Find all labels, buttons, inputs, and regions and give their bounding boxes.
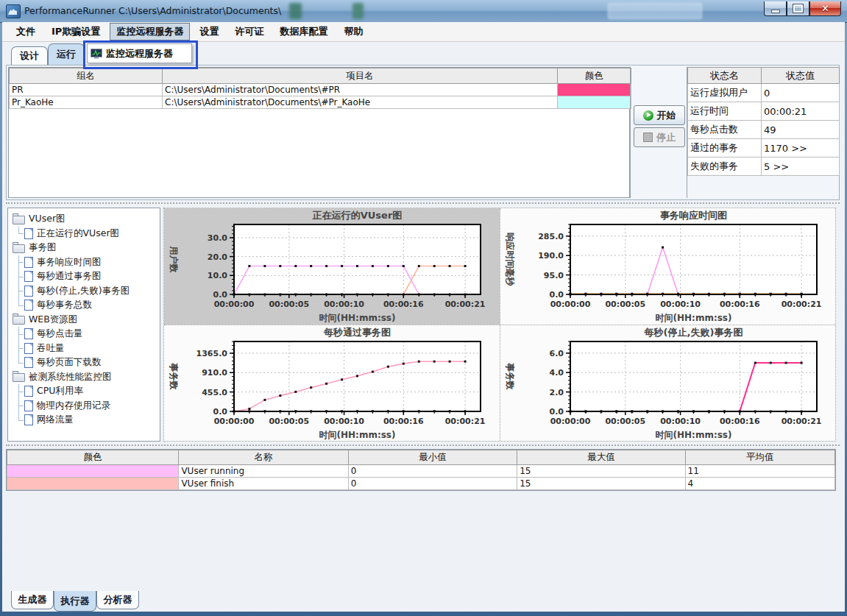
column-header: 状态值 [762,68,840,84]
svg-text:时间(HH:mm:ss): 时间(HH:mm:ss) [319,430,396,440]
svg-text:910.0: 910.0 [202,368,227,378]
legend-row[interactable]: VUser running01511 [7,465,835,478]
legend-row[interactable]: VUser finish0154 [7,478,835,490]
tree-item-label: 网络流量 [37,414,74,426]
cell: Pr_KaoHe [10,96,163,109]
tree-item-label: 每秒页面下载数 [37,356,102,369]
tree-item[interactable]: 正在运行的VUser图 [8,227,160,241]
tree-item[interactable]: 每秒(停止,失败)事务图 [8,284,160,299]
svg-text:00:00:00: 00:00:00 [214,300,255,309]
tree-item[interactable]: 物理内存使用记录 [8,399,160,414]
svg-text:30.0: 30.0 [208,233,227,243]
chart-passed-transactions[interactable]: 0.0455.0910.01365.000:00:0000:00:0500:00… [164,325,500,442]
svg-text:事务数: 事务数 [505,363,515,391]
tab-run[interactable]: 运行 [48,43,85,65]
svg-text:00:00:05: 00:00:05 [605,300,645,309]
svg-text:00:00:16: 00:00:16 [720,300,760,309]
status-row[interactable]: 通过的事务1170 >> [688,139,840,157]
cell: 0 [762,84,840,102]
tree-folder-1[interactable]: VUser图 [8,212,160,227]
minimize-button[interactable] [764,1,787,16]
chart-running-vusers[interactable]: 0.010.020.030.000:00:0000:00:0500:00:100… [164,208,500,325]
run-status-panel: 组名项目名颜色PRC:\Users\Administrator\Document… [6,65,840,200]
maximize-button[interactable] [787,1,809,16]
menu-item-5[interactable]: 许可证 [228,23,270,40]
aero-peek-ghost [608,3,702,19]
svg-text:00:00:10: 00:00:10 [324,417,364,426]
tree-connector [15,227,24,241]
close-button[interactable]: ✕ [809,1,841,16]
tree-folder-label: 事务图 [29,241,57,254]
tree-folder-3[interactable]: WEB资源图 [8,313,160,328]
color-swatch [558,84,631,96]
tree-item[interactable]: CPU利用率 [8,384,160,399]
tree-item[interactable]: 吞吐量 [8,341,160,356]
svg-text:0.0: 0.0 [213,290,228,300]
tree-item[interactable]: 每秒点击量 [8,327,160,341]
tab-executor[interactable]: 执行器 [54,591,96,612]
menu-item-6[interactable]: 数据库配置 [273,23,334,40]
file-icon [24,400,33,411]
status-row[interactable]: 运行时间00:00:21 [688,102,840,121]
tree-item[interactable]: 每秒页面下载数 [8,355,160,370]
menu-item-4[interactable]: 设置 [193,23,225,40]
chart-response-time[interactable]: 0.095.0190.0285.000:00:0000:00:0500:00:1… [500,208,836,325]
tab-analyzer[interactable]: 分析器 [96,591,139,609]
file-icon [24,228,33,239]
column-header: 颜色 [558,68,631,84]
chart-failed-transactions[interactable]: 0.02.04.06.000:00:0000:00:0500:00:1000:0… [500,325,836,442]
cell: 运行虚拟用户 [688,84,762,102]
column-header: 名称 [179,450,348,465]
column-header: 组名 [10,68,163,84]
file-icon [24,257,33,268]
tree-folder-4[interactable]: 被测系统性能监控图 [8,370,160,385]
tree-item[interactable]: 每秒事务总数 [8,298,160,313]
cell: 每秒点击数 [688,121,762,139]
svg-text:00:00:16: 00:00:16 [383,417,424,426]
tree-folder-2[interactable]: 事务图 [8,241,160,255]
project-row[interactable]: Pr_KaoHeC:\Users\Administrator\Documents… [10,96,631,109]
tree-item-label: 每秒事务总数 [37,299,92,311]
cell: 15 [517,465,685,478]
close-icon: ✕ [821,4,829,13]
status-table-panel: 状态名状态值运行虚拟用户0运行时间00:00:21每秒点击数49通过的事务117… [687,67,839,176]
svg-text:10.0: 10.0 [208,271,227,280]
start-button[interactable]: 开始 [634,105,685,125]
menu-item-7[interactable]: 帮助 [337,23,369,40]
status-row[interactable]: 失败的事务5 >> [688,157,840,176]
tree-item[interactable]: 事务响应时间图 [8,255,160,270]
play-icon [643,110,653,121]
bottom-tab-row: 生成器执行器分析器 [2,591,845,612]
folder-icon [13,244,25,253]
status-row[interactable]: 运行虚拟用户0 [688,84,840,102]
tree-connector [15,255,24,270]
menu-dropdown-item-monitor-remote-server[interactable]: 监控远程服务器 [87,43,192,63]
svg-text:00:00:16: 00:00:16 [383,300,424,309]
cell: 通过的事务 [688,139,762,157]
tree-item[interactable]: 每秒通过事务图 [8,269,160,284]
svg-text:4.0: 4.0 [550,368,564,378]
svg-text:00:00:21: 00:00:21 [445,300,486,309]
tab-design[interactable]: 设计 [11,46,48,65]
tree-item[interactable]: 网络流量 [8,413,160,428]
charts-grid: 0.010.020.030.000:00:0000:00:0500:00:100… [163,208,836,442]
svg-text:455.0: 455.0 [202,388,227,397]
tab-generator[interactable]: 生成器 [11,591,54,609]
status-row[interactable]: 每秒点击数49 [688,121,840,139]
svg-text:2.0: 2.0 [550,388,564,397]
column-header: 状态名 [688,68,762,84]
svg-text:00:00:21: 00:00:21 [782,417,822,426]
status-table-header: 状态名状态值 [688,68,840,84]
menu-item-1[interactable]: 文件 [10,23,42,40]
svg-text:事务响应时间图: 事务响应时间图 [660,210,727,221]
menu-item-3[interactable]: 监控远程服务器 [110,23,190,40]
project-row[interactable]: PRC:\Users\Administrator\Documents\#PR [10,84,631,96]
svg-text:00:00:05: 00:00:05 [605,417,645,426]
tree-connector [15,341,24,356]
column-header: 平均值 [685,450,834,465]
menu-item-2[interactable]: IP欺骗设置 [45,23,107,40]
tree-item-label: 正在运行的VUser图 [37,227,119,240]
app-icon [6,4,21,18]
stop-button[interactable]: 停止 [634,127,685,147]
column-header: 最大值 [517,450,685,465]
